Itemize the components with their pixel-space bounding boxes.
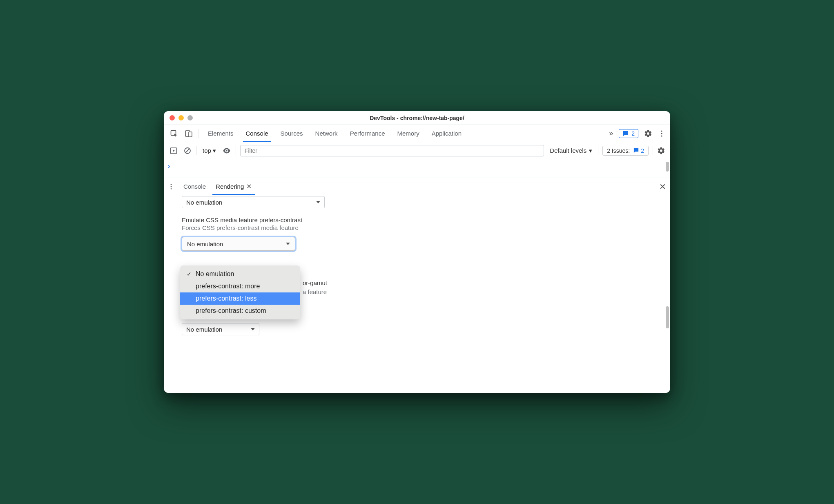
devtools-window: DevTools - chrome://new-tab-page/ Elemen… [164,111,670,393]
close-tab-icon[interactable]: ✕ [246,183,252,190]
tab-memory[interactable]: Memory [396,125,421,142]
inspect-element-icon[interactable] [169,128,179,139]
chevron-down-icon: ▾ [589,147,592,154]
log-levels-selector[interactable]: Default levels ▾ [548,146,594,155]
kebab-menu-icon[interactable] [658,130,665,137]
filter-input[interactable] [240,145,544,156]
rendering-panel: No emulation Emulate CSS media feature p… [164,195,670,393]
dropdown-option-no-emulation[interactable]: ✓ No emulation [180,268,300,280]
drawer-tab-label: Rendering [216,183,244,190]
section-description: Forces CSS prefers-contrast media featur… [182,224,670,231]
context-selector[interactable]: top ▾ [201,146,218,155]
console-toolbar: top ▾ Default levels ▾ 2 Issues: 2 [164,142,670,159]
tab-application[interactable]: Application [430,125,463,142]
minimize-window-icon[interactable] [178,115,184,120]
svg-point-5 [661,135,662,136]
console-settings-icon[interactable] [657,147,665,155]
clear-console-icon[interactable] [183,146,192,156]
panel-tabs: Elements Console Sources Network Perform… [207,125,463,142]
svg-rect-2 [189,132,192,137]
separator [236,146,236,155]
traffic-lights [169,115,193,120]
drawer-tabs: Console Rendering ✕ [180,178,255,195]
drawer-menu-icon[interactable] [168,183,174,190]
checkmark-icon: ✓ [186,271,192,277]
option-label: prefers-contrast: custom [196,307,266,314]
close-window-icon[interactable] [169,115,175,120]
chevron-down-icon [286,243,290,245]
option-label: prefers-contrast: less [196,295,256,302]
chevron-down-icon [251,328,255,330]
toggle-device-toolbar-icon[interactable] [183,128,194,139]
tab-performance[interactable]: Performance [349,125,386,142]
color-gamut-desc-fragment: a feature [303,288,327,295]
issues-counter-count: 2 [641,147,644,154]
console-prompt-icon: › [168,163,170,170]
console-body[interactable]: › [164,159,670,178]
select-value: No emulation [186,326,222,333]
svg-line-8 [185,149,190,153]
dropdown-option-more[interactable]: prefers-contrast: more [180,280,300,292]
section-title: Emulate CSS media feature prefers-contra… [182,216,670,223]
chevron-down-icon [316,201,320,203]
svg-point-10 [171,184,172,185]
devtools-tabstrip: Elements Console Sources Network Perform… [164,125,670,142]
live-expression-icon[interactable] [222,146,232,156]
emulate-prev-select[interactable]: No emulation [182,196,325,208]
dropdown-option-less[interactable]: prefers-contrast: less [180,292,300,305]
settings-icon[interactable] [644,129,652,138]
prefers-contrast-dropdown: ✓ No emulation prefers-contrast: more pr… [180,265,300,319]
vision-deficiency-select[interactable]: No emulation [182,323,259,335]
chevron-down-icon: ▾ [213,147,216,154]
svg-point-3 [661,130,662,132]
tab-sources[interactable]: Sources [279,125,304,142]
close-drawer-icon[interactable]: ✕ [659,182,666,192]
log-levels-label: Default levels [550,147,586,154]
scrollbar-thumb[interactable] [666,306,669,328]
option-label: prefers-contrast: more [196,283,260,290]
issues-badge-count: 2 [631,130,635,137]
option-label: No emulation [196,270,234,278]
separator [653,146,653,155]
tab-network[interactable]: Network [314,125,339,142]
window-title: DevTools - chrome://new-tab-page/ [164,115,670,121]
tab-console[interactable]: Console [245,125,270,142]
svg-point-9 [226,150,227,152]
drawer-tab-console[interactable]: Console [180,178,209,195]
select-value: No emulation [187,241,223,248]
scrollbar-thumb[interactable] [666,162,669,172]
select-value: No emulation [186,199,222,206]
more-tabs-icon[interactable]: » [609,129,613,138]
separator [198,129,198,138]
drawer-header: Console Rendering ✕ ✕ [164,178,670,195]
dropdown-option-custom[interactable]: prefers-contrast: custom [180,305,300,317]
tab-elements[interactable]: Elements [207,125,235,142]
drawer-tab-label: Console [183,183,206,190]
svg-point-4 [661,133,662,134]
issues-counter[interactable]: 2 Issues: 2 [602,146,649,156]
separator [196,146,197,155]
drawer-tab-rendering[interactable]: Rendering ✕ [212,178,255,195]
color-gamut-title-fragment: or-gamut [303,279,327,286]
separator [598,146,598,155]
issues-badge[interactable]: 2 [619,129,638,138]
svg-point-12 [171,188,172,189]
prefers-contrast-select[interactable]: No emulation [182,237,295,251]
issues-counter-label: 2 Issues: [607,147,630,154]
titlebar: DevTools - chrome://new-tab-page/ [164,111,670,125]
zoom-window-icon[interactable] [187,115,193,120]
prefers-contrast-section: Emulate CSS media feature prefers-contra… [182,216,670,231]
context-selector-label: top [203,147,211,154]
svg-point-11 [171,186,172,187]
toggle-sidebar-icon[interactable] [169,146,178,156]
